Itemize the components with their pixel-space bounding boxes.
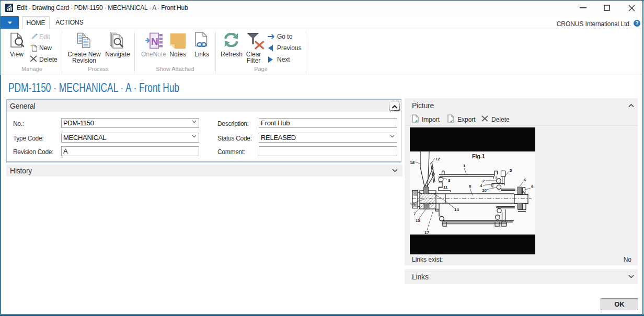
svg-text:N: N <box>151 36 158 47</box>
svg-text:12: 12 <box>435 157 440 161</box>
svg-text:1: 1 <box>463 163 466 168</box>
svg-text:8: 8 <box>469 184 472 189</box>
svg-text:14: 14 <box>454 207 459 212</box>
svg-text:2: 2 <box>482 179 485 183</box>
svg-text:11: 11 <box>443 185 448 190</box>
svg-text:18: 18 <box>410 160 415 165</box>
svg-text:4: 4 <box>480 183 482 188</box>
svg-text:10: 10 <box>482 188 487 193</box>
svg-text:9: 9 <box>531 184 534 189</box>
svg-text:Fig.1: Fig.1 <box>472 153 485 159</box>
svg-text:6: 6 <box>524 178 526 182</box>
svg-text:15: 15 <box>416 218 420 223</box>
svg-text:5: 5 <box>510 168 512 173</box>
svg-text:17: 17 <box>424 230 429 235</box>
svg-text:3: 3 <box>448 178 451 183</box>
svg-text:13: 13 <box>410 202 415 206</box>
